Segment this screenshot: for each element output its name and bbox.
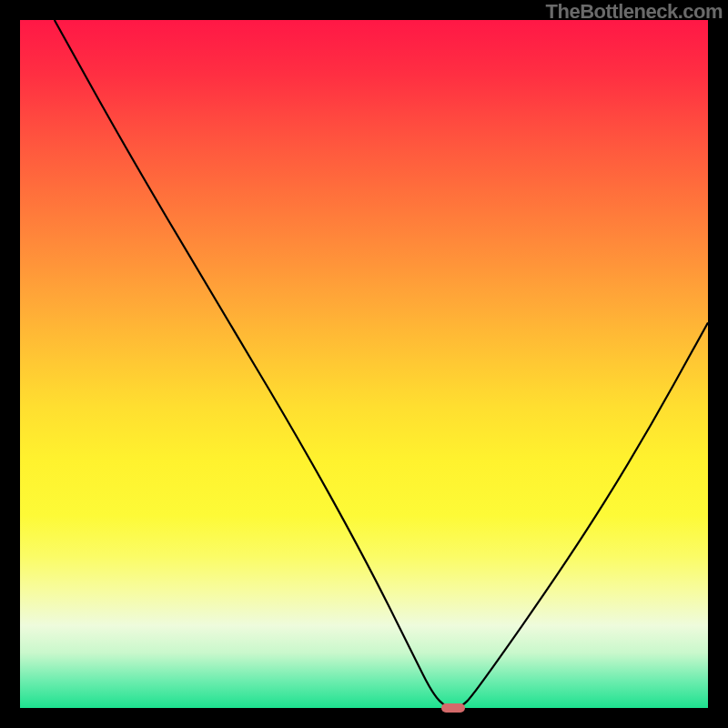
watermark-text: TheBottleneck.com [546, 0, 723, 24]
plot-area [20, 20, 708, 708]
optimal-marker [441, 703, 465, 713]
chart-frame: TheBottleneck.com [0, 0, 728, 728]
